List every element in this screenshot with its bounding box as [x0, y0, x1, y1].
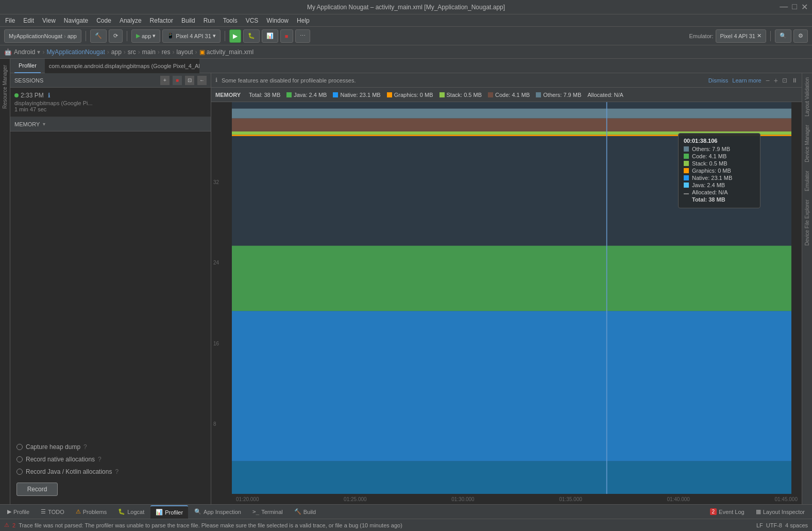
zoom-in-btn[interactable]: + — [774, 76, 778, 85]
menu-window[interactable]: Window — [263, 16, 292, 25]
menu-code[interactable]: Code — [93, 16, 114, 25]
sync-btn[interactable]: ⟳ — [109, 29, 123, 43]
sessions-stop-btn[interactable]: ■ — [173, 76, 182, 85]
record-java-option[interactable]: Record Java / Kotlin allocations ? — [16, 468, 205, 475]
tab-app-inspection[interactable]: 🔍 App Inspection — [189, 505, 246, 519]
run-config-btn[interactable]: ▶ app ▾ — [131, 29, 160, 43]
sessions-back-btn[interactable]: ← — [197, 76, 207, 85]
tab-terminal[interactable]: >_ Terminal — [247, 505, 288, 519]
menu-view[interactable]: View — [39, 16, 59, 25]
breadcrumb-file[interactable]: ▣ activity_main.xml — [199, 48, 254, 56]
menu-edit[interactable]: Edit — [20, 16, 37, 25]
search-btn[interactable]: 🔍 — [775, 29, 791, 43]
tab-problems[interactable]: ⚠ Problems — [71, 505, 112, 519]
emulator-tab[interactable]: Emulator — [803, 167, 811, 195]
session-time-label: 2:33 PM — [21, 92, 44, 99]
legend-stack-label: Stack: 0.5 MB — [447, 92, 482, 98]
tab-build[interactable]: 🔨 Build — [289, 505, 321, 519]
chart-container[interactable]: 32 24 16 8 40 MB — [211, 102, 802, 504]
close-btn[interactable]: ✕ — [801, 2, 808, 12]
tab-profiler[interactable]: 📊 Profiler — [150, 505, 188, 519]
project-name-btn[interactable]: MyApplicationNougat › app — [4, 29, 81, 43]
separator-3 — [225, 31, 225, 41]
emulator-close-icon[interactable]: ✕ — [757, 32, 762, 39]
minimize-btn[interactable]: — — [780, 2, 788, 12]
y-label-32: 32 — [213, 179, 230, 185]
tab-profile[interactable]: ▶ Profile — [2, 505, 35, 519]
memory-dropdown-icon[interactable]: ▾ — [43, 121, 45, 127]
breadcrumb-project[interactable]: MyApplicationNougat — [46, 48, 105, 56]
menu-refactor[interactable]: Refactor — [147, 16, 176, 25]
emulator-device-btn[interactable]: Pixel 4 API 31 ✕ — [716, 29, 767, 43]
tab-layout-inspector[interactable]: ▦ Layout Inspector — [751, 505, 810, 519]
breadcrumb-sep-5: › — [173, 48, 175, 56]
maximize-btn[interactable]: □ — [792, 2, 797, 12]
emulator-device-label: Pixel 4 API 31 — [720, 33, 756, 39]
breadcrumb-res[interactable]: res — [162, 48, 171, 56]
run-btn[interactable]: ▶ — [229, 29, 241, 43]
menu-analyze[interactable]: Analyze — [116, 16, 145, 25]
menu-navigate[interactable]: Navigate — [61, 16, 91, 25]
device-manager-tab[interactable]: Device Manager — [803, 121, 811, 167]
debug-btn[interactable]: 🐛 — [243, 29, 260, 43]
zoom-fit-btn[interactable]: ⊡ — [782, 77, 787, 84]
layout-inspector-icon: ▦ — [756, 508, 761, 515]
menu-file[interactable]: File — [2, 16, 18, 25]
legend-native-dot — [333, 92, 338, 97]
session-time: 2:33 PM ℹ — [14, 92, 207, 99]
breadcrumb-app[interactable]: app — [111, 48, 122, 56]
dismiss-btn[interactable]: Dismiss — [708, 77, 729, 84]
layout-validation-tab[interactable]: Layout Validation — [803, 73, 811, 121]
capture-heap-radio[interactable] — [16, 444, 23, 450]
run-config-icon: ▶ — [136, 32, 140, 39]
record-native-help[interactable]: ? — [98, 456, 102, 463]
app-inspection-label: App Inspection — [204, 509, 241, 515]
sessions-detach-btn[interactable]: ⊡ — [185, 76, 194, 85]
options-panel: Capture heap dump ? Record native alloca… — [10, 435, 211, 504]
device-file-explorer-tab[interactable]: Device File Explorer — [803, 195, 811, 250]
record-native-radio[interactable] — [16, 456, 23, 462]
legend-code-label: Code: 4.1 MB — [495, 92, 530, 98]
hammer-btn[interactable]: 🔨 — [90, 29, 107, 43]
menu-vcs[interactable]: VCS — [243, 16, 262, 25]
memory-total: Total: 38 MB — [249, 92, 280, 98]
window-controls[interactable]: — □ ✕ — [780, 2, 808, 12]
breadcrumb-src[interactable]: src — [128, 48, 136, 56]
resource-manager-tab[interactable]: Resource Manager — [1, 61, 9, 113]
record-java-help[interactable]: ? — [115, 468, 119, 475]
breadcrumb-layout[interactable]: layout — [177, 48, 193, 56]
learn-more-btn[interactable]: Learn more — [732, 77, 761, 84]
x-label-3: 01:30.000 — [451, 496, 475, 502]
stop-btn[interactable]: ■ — [280, 29, 293, 43]
zoom-out-btn[interactable]: − — [766, 76, 770, 85]
menu-run[interactable]: Run — [200, 16, 218, 25]
record-native-option[interactable]: Record native allocations ? — [16, 456, 205, 463]
profile-btn[interactable]: 📊 — [262, 29, 278, 43]
capture-heap-help[interactable]: ? — [83, 443, 87, 451]
menu-tools[interactable]: Tools — [220, 16, 241, 25]
legend-code-dot — [488, 92, 493, 97]
profiler-tab-label: Profiler — [19, 62, 37, 69]
sessions-add-btn[interactable]: + — [160, 76, 170, 85]
record-button[interactable]: Record — [16, 483, 58, 496]
menu-help[interactable]: Help — [294, 16, 313, 25]
breadcrumb-main[interactable]: main — [142, 48, 156, 56]
tab-logcat[interactable]: 🐛 Logcat — [113, 505, 149, 519]
session-tab[interactable]: com.example.android.displayingbitmaps (G… — [45, 59, 199, 73]
device-btn[interactable]: 📱 Pixel 4 API 31 ▾ — [162, 29, 221, 43]
profiler-tab[interactable]: Profiler — [14, 59, 41, 73]
record-java-radio[interactable] — [16, 469, 23, 475]
profiler-content: SESSIONS + ■ ⊡ ← 2:33 PM ℹ displayingbit… — [10, 73, 812, 504]
right-tabs: Layout Validation Device Manager Emulato… — [802, 73, 812, 504]
capture-heap-option[interactable]: Capture heap dump ? — [16, 443, 205, 451]
menu-build[interactable]: Build — [178, 16, 198, 25]
tab-event-log[interactable]: 2 Event Log — [705, 505, 750, 519]
status-spaces: 4 spaces — [785, 522, 808, 528]
run-config-label: app — [142, 33, 151, 39]
pause-btn[interactable]: ⏸ — [791, 77, 798, 84]
tab-todo[interactable]: ☰ TODO — [36, 505, 70, 519]
android-dropdown[interactable]: ▾ — [37, 48, 40, 56]
settings-btn[interactable]: ⚙ — [793, 29, 808, 43]
more-tools-btn[interactable]: ⋯ — [295, 29, 310, 43]
session-item[interactable]: 2:33 PM ℹ displayingbitmaps (Google Pi..… — [10, 88, 211, 117]
